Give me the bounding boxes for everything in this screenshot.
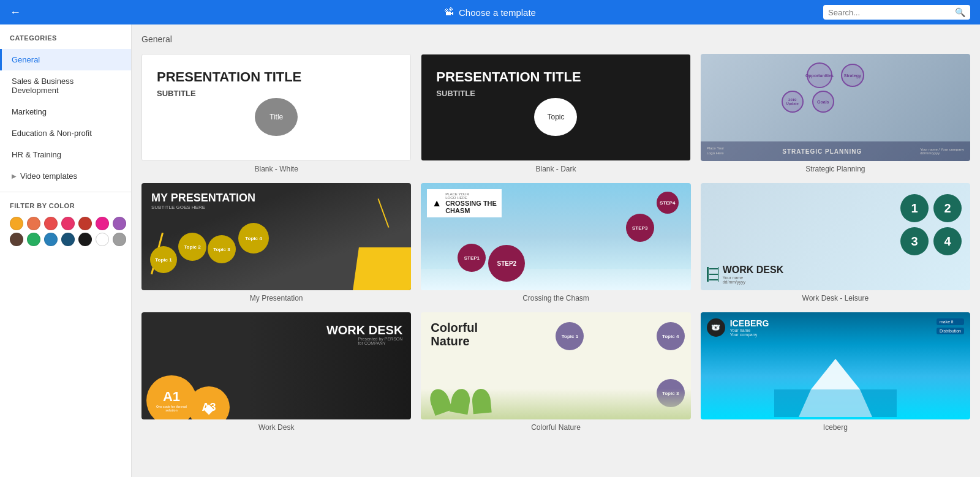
color-swatch-gray[interactable]	[113, 233, 126, 246]
template-thumbnail-strategic: Opportunities Strategy 2019 Update Goals…	[701, 54, 970, 161]
template-iceberg[interactable]: 🐻‍❄️ ICEBERG Your nameYour company	[701, 312, 970, 432]
filter-by-color-section: FILTER BY COLOR	[0, 192, 131, 256]
categories-label: CATEGORIES	[0, 34, 131, 49]
color-grid	[10, 217, 121, 246]
crossing-logo: ▲ PLACE YOURLOGO HERE CROSSING THECHASM	[427, 189, 502, 217]
content-section-title: General	[141, 34, 970, 44]
search-input[interactable]	[828, 8, 951, 17]
template-label-strategic: Strategic Planning	[701, 165, 970, 173]
color-swatch-darkred[interactable]	[78, 217, 92, 230]
template-label-blank-dark: Blank - Dark	[421, 165, 690, 173]
blank-dark-title: PRESENTATION TITLE SUBTITLE	[436, 69, 675, 98]
template-thumbnail-crossing: ▲ PLACE YOURLOGO HERE CROSSING THECHASM …	[421, 183, 690, 290]
template-thumbnail-blank-white: PRESENTATION TITLE SUBTITLE Title	[141, 54, 411, 161]
template-label-workdesk: Work Desk - Leisure	[701, 294, 970, 302]
search-box[interactable]: 🔍	[823, 5, 970, 20]
blank-white-title: PRESENTATION TITLE SUBTITLE	[157, 69, 396, 98]
color-swatch-white[interactable]	[96, 233, 109, 246]
template-label-crossing: Crossing the Chasm	[421, 294, 690, 302]
template-label-colorful-nature: Colorful Nature	[421, 423, 690, 432]
svg-marker-2	[799, 389, 872, 417]
filter-label: FILTER BY COLOR	[10, 202, 121, 209]
template-my-presentation[interactable]: MY PRESENTATION SUBTITLE GOES HERE Topic…	[141, 183, 411, 302]
sidebar-item-video-label: Video templates	[20, 171, 77, 181]
sidebar-item-general[interactable]: General	[0, 49, 131, 70]
template-label-workdesk-dark: Work Desk	[141, 423, 411, 432]
color-swatch-green[interactable]	[27, 233, 40, 246]
templates-grid: PRESENTATION TITLE SUBTITLE Title Blank …	[141, 54, 970, 432]
template-thumbnail-my-presentation: MY PRESENTATION SUBTITLE GOES HERE Topic…	[141, 183, 411, 290]
back-button[interactable]: ←	[10, 6, 21, 19]
header-title-text: Choose a template	[459, 7, 536, 18]
template-crossing-chasm[interactable]: ▲ PLACE YOURLOGO HERE CROSSING THECHASM …	[421, 183, 690, 302]
color-swatch-pink[interactable]	[61, 217, 75, 230]
sidebar-item-sales[interactable]: Sales & Business Development	[0, 70, 131, 101]
search-icon: 🔍	[955, 7, 965, 17]
svg-marker-1	[811, 359, 860, 389]
sidebar: CATEGORIES General Sales & Business Deve…	[0, 24, 132, 477]
templates-content: General PRESENTATION TITLE SUBTITLE Titl…	[132, 24, 980, 477]
app-header: ← 📽 Choose a template 🔍	[0, 0, 980, 24]
color-swatch-lightblue[interactable]	[44, 233, 58, 246]
color-swatch-brown[interactable]	[10, 233, 23, 246]
template-colorful-nature[interactable]: ColorfulNature Topic 1 Topic 4 Topic 3 C…	[421, 312, 690, 432]
blank-white-pres-subtitle: SUBTITLE	[157, 89, 396, 98]
sidebar-item-marketing[interactable]: Marketing	[0, 101, 131, 122]
template-label-iceberg: Iceberg	[701, 423, 970, 432]
template-strategic-planning[interactable]: Opportunities Strategy 2019 Update Goals…	[701, 54, 970, 173]
blank-dark-circle: Topic	[534, 98, 577, 136]
sidebar-item-hr[interactable]: HR & Training	[0, 144, 131, 165]
template-thumbnail-colorful-nature: ColorfulNature Topic 1 Topic 4 Topic 3	[421, 312, 690, 419]
color-swatch-magenta[interactable]	[96, 217, 109, 230]
template-thumbnail-workdesk: 1 2 3 4	[701, 183, 970, 290]
color-swatch-coral[interactable]	[27, 217, 40, 230]
blank-dark-pres-subtitle: SUBTITLE	[436, 89, 675, 98]
template-thumbnail-workdesk-dark: WORK DESK Presented by PERSONfor COMPANY…	[141, 312, 411, 419]
color-swatch-darkblue[interactable]	[61, 233, 75, 246]
color-swatch-red[interactable]	[44, 217, 58, 230]
projector-icon: 📽	[444, 7, 454, 18]
template-work-desk-leisure[interactable]: 1 2 3 4	[701, 183, 970, 302]
color-swatch-orange[interactable]	[10, 217, 23, 230]
color-swatch-black[interactable]	[78, 233, 92, 246]
template-label-blank-white: Blank - White	[141, 165, 411, 173]
template-blank-white[interactable]: PRESENTATION TITLE SUBTITLE Title Blank …	[141, 54, 411, 173]
template-work-desk-dark[interactable]: WORK DESK Presented by PERSONfor COMPANY…	[141, 312, 411, 432]
sidebar-item-video[interactable]: ▶ Video templates	[0, 165, 131, 187]
template-blank-dark[interactable]: PRESENTATION TITLE SUBTITLE Topic Blank …	[421, 54, 690, 173]
blank-white-circle: Title	[255, 98, 298, 136]
template-thumbnail-iceberg: 🐻‍❄️ ICEBERG Your nameYour company	[701, 312, 970, 419]
blank-dark-pres-title: PRESENTATION TITLE	[436, 69, 675, 85]
sidebar-item-education[interactable]: Education & Non-profit	[0, 122, 131, 144]
template-label-my-presentation: My Presentation	[141, 294, 411, 302]
main-layout: CATEGORIES General Sales & Business Deve…	[0, 24, 980, 477]
arrow-icon: ▶	[12, 173, 17, 179]
my-pres-title: MY PRESENTATION	[151, 192, 401, 205]
header-title: 📽 Choose a template	[444, 7, 536, 18]
color-swatch-purple[interactable]	[113, 217, 126, 230]
blank-white-pres-title: PRESENTATION TITLE	[157, 69, 396, 85]
my-pres-subtitle: SUBTITLE GOES HERE	[151, 205, 401, 210]
template-thumbnail-blank-dark: PRESENTATION TITLE SUBTITLE Topic	[421, 54, 690, 161]
